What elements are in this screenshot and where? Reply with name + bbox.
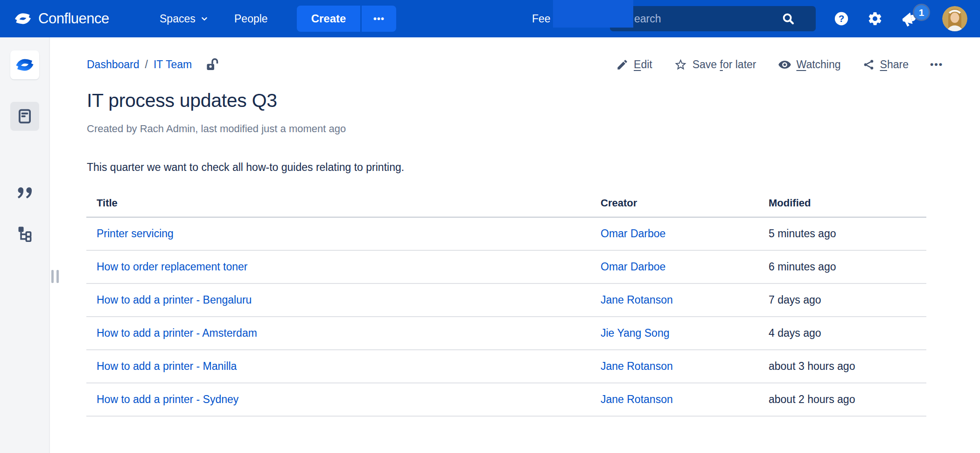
modified-cell: about 3 hours ago: [758, 350, 926, 383]
sidebar-resize-handle[interactable]: [51, 270, 59, 283]
share-button[interactable]: Share: [862, 58, 909, 71]
confluence-logo-icon: [13, 9, 33, 28]
modified-cell: 5 minutes ago: [758, 217, 926, 250]
table-row: How to add a printer - Amsterdam Jie Yan…: [86, 317, 926, 350]
save-for-later-button[interactable]: Save for later: [674, 58, 756, 71]
modified-cell: 6 minutes ago: [758, 250, 926, 283]
tree-hierarchy-icon: [16, 224, 34, 242]
create-split-button: Create •••: [297, 6, 396, 32]
pencil-icon: [616, 58, 629, 71]
page-more-button[interactable]: •••: [930, 59, 943, 70]
column-header-modified: Modified: [758, 189, 926, 217]
table-row: Printer servicing Omar Darboe 5 minutes …: [86, 217, 926, 250]
page-link[interactable]: How to order replacement toner: [97, 261, 247, 273]
confluence-space-logo-icon: [14, 54, 35, 76]
search-spotlight-overlay: [553, 0, 633, 28]
share-icon: [862, 58, 875, 71]
table-header-row: Title Creator Modified: [86, 189, 926, 217]
column-header-title: Title: [86, 189, 590, 217]
user-avatar[interactable]: [942, 6, 967, 31]
creator-link[interactable]: Omar Darboe: [601, 227, 665, 240]
unlocked-padlock-icon: [205, 57, 219, 72]
sidebar-item-blog[interactable]: [10, 181, 39, 206]
watching-button[interactable]: Watching: [778, 58, 841, 71]
page-title: IT process updates Q3: [87, 90, 943, 112]
chevron-down-icon: [199, 14, 210, 24]
page-link[interactable]: How to add a printer - Bengaluru: [97, 294, 252, 306]
page-document-icon: [16, 107, 34, 125]
page-actions: Edit Save for later Wa: [616, 58, 943, 71]
gear-icon: [867, 11, 883, 27]
modified-cell: 7 days ago: [758, 283, 926, 317]
page-link[interactable]: How to add a printer - Manilla: [97, 360, 237, 372]
space-logo-button[interactable]: [10, 50, 39, 79]
breadcrumb-dashboard-link[interactable]: Dashboard: [87, 58, 140, 71]
create-button[interactable]: Create: [297, 6, 360, 32]
sidebar-item-pages[interactable]: [10, 102, 39, 131]
search-input[interactable]: earch: [610, 6, 816, 31]
table-row: How to add a printer - Bengaluru Jane Ro…: [86, 283, 926, 317]
search-icon: [781, 12, 795, 26]
star-icon: [674, 58, 687, 71]
settings-button[interactable]: [867, 0, 883, 37]
eye-icon: [778, 58, 791, 71]
quote-icon: [15, 186, 34, 202]
nav-feed-clipped[interactable]: Fee: [532, 0, 551, 37]
page-content: Dashboard / IT Team: [51, 37, 980, 453]
page-byline: Created by Rach Admin, last modified jus…: [87, 123, 943, 135]
page-link[interactable]: Printer servicing: [97, 227, 174, 240]
space-sidebar: [0, 37, 50, 453]
help-button[interactable]: ?: [833, 0, 849, 37]
help-icon: ?: [833, 11, 849, 27]
nav-spaces[interactable]: Spaces: [160, 0, 210, 37]
search-placeholder: earch: [610, 13, 781, 25]
creator-link[interactable]: Omar Darboe: [601, 261, 665, 273]
page-link[interactable]: How to add a printer - Sydney: [97, 393, 238, 405]
intro-paragraph: This quarter we want to check all how-to…: [87, 161, 943, 174]
column-header-creator: Creator: [590, 189, 758, 217]
sidebar-item-page-tree[interactable]: [10, 220, 39, 246]
page-link[interactable]: How to add a printer - Amsterdam: [97, 327, 257, 339]
unrestricted-button[interactable]: [205, 57, 219, 72]
creator-link[interactable]: Jane Rotanson: [601, 360, 673, 372]
pages-table: Title Creator Modified Printer servicing…: [86, 189, 926, 417]
brand-title: Confluence: [38, 10, 109, 27]
table-row: How to order replacement toner Omar Darb…: [86, 250, 926, 283]
breadcrumb: Dashboard / IT Team: [87, 57, 219, 72]
modified-cell: 4 days ago: [758, 317, 926, 350]
edit-button[interactable]: Edit: [616, 58, 652, 71]
notification-count-badge: 1: [913, 4, 930, 21]
nav-people[interactable]: People: [234, 0, 268, 37]
svg-text:?: ?: [839, 13, 845, 24]
breadcrumb-space-link[interactable]: IT Team: [154, 58, 192, 71]
creator-link[interactable]: Jane Rotanson: [601, 393, 673, 405]
confluence-home-link[interactable]: Confluence: [13, 0, 109, 37]
breadcrumb-separator: /: [145, 58, 148, 71]
creator-link[interactable]: Jie Yang Song: [601, 327, 670, 339]
create-more-button[interactable]: •••: [362, 6, 396, 32]
app-navbar: Confluence Spaces People Create ••• Fee …: [0, 0, 980, 37]
table-row: How to add a printer - Manilla Jane Rota…: [86, 350, 926, 383]
modified-cell: about 2 hours ago: [758, 383, 926, 416]
table-row: How to add a printer - Sydney Jane Rotan…: [86, 383, 926, 416]
creator-link[interactable]: Jane Rotanson: [601, 294, 673, 306]
